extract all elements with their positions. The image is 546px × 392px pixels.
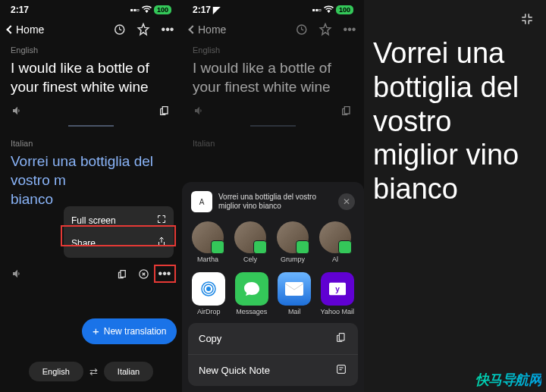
target-lang-label: Italian	[0, 134, 182, 151]
contact-item[interactable]: Martha	[190, 221, 226, 263]
contact-item[interactable]: Al	[317, 221, 353, 263]
copy-icon-2[interactable]	[115, 267, 129, 281]
app-messages[interactable]: Messages	[234, 272, 270, 315]
watermark: 快马导航网	[475, 371, 542, 389]
lang-button-right[interactable]: Italian	[104, 362, 153, 381]
airdrop-icon	[192, 272, 225, 306]
contacts-row: Martha Cely Grumpy Al	[182, 218, 364, 268]
action-copy[interactable]: Copy	[188, 323, 358, 355]
highlight-box-share	[61, 225, 176, 246]
share-sheet: A Vorrei una bottiglia del vostro miglio…	[182, 182, 364, 392]
speaker-icon-2[interactable]	[11, 267, 24, 281]
status-bar: 2:17 ◤ ▪▪▫ 100	[182, 0, 364, 18]
avatar	[192, 221, 224, 253]
divider	[250, 125, 296, 127]
nav-bar: Home •••	[182, 18, 364, 41]
contact-item[interactable]: Cely	[232, 221, 268, 263]
nav-bar: Home •••	[0, 18, 182, 41]
lang-button-left[interactable]: English	[29, 362, 83, 381]
chevron-left-icon	[6, 25, 14, 33]
contact-item[interactable]: Grumpy	[275, 221, 311, 263]
avatar	[277, 221, 309, 253]
source-lang-label: English	[0, 41, 182, 58]
messages-icon	[235, 272, 268, 306]
target-lang-label: Italian	[182, 134, 364, 151]
battery-indicator: 100	[154, 5, 171, 14]
source-text: I would like a bottle of your finest whi…	[182, 58, 364, 104]
more-icon[interactable]: •••	[161, 23, 174, 36]
screenshot-panel-2: 2:17 ◤ ▪▪▫ 100 Home ••• English I would …	[182, 0, 364, 392]
new-translation-button[interactable]: + New translation	[82, 318, 177, 344]
swap-icon[interactable]: ⇄	[89, 366, 98, 378]
quicknote-icon	[335, 363, 347, 378]
avatar	[234, 221, 266, 253]
back-button[interactable]: Home	[190, 24, 226, 36]
app-mail[interactable]: Mail	[277, 272, 312, 315]
history-icon[interactable]	[112, 23, 126, 36]
app-yahoomail[interactable]: yYahoo Mail	[320, 272, 356, 315]
source-text[interactable]: I would like a bottle of your finest whi…	[0, 58, 182, 104]
star-icon[interactable]	[136, 23, 150, 36]
language-switcher: English ⇄ Italian	[0, 362, 182, 381]
screenshot-panel-1: 2:17 ▪▪▫ 100 Home ••• English I would li…	[0, 0, 182, 392]
copy-action-icon	[335, 331, 347, 346]
divider	[68, 125, 114, 127]
mail-icon	[278, 272, 311, 306]
close-fullscreen-button[interactable]	[519, 11, 535, 27]
signal-icon: ▪▪▫	[130, 5, 140, 15]
wifi-icon	[324, 5, 334, 15]
svg-rect-4	[285, 282, 303, 296]
fullscreen-text: Vorrei una bottiglia del vostro miglior …	[364, 0, 546, 206]
signal-icon: ▪▪▫	[312, 5, 322, 15]
speaker-icon[interactable]	[11, 104, 24, 118]
copy-icon[interactable]	[340, 104, 353, 118]
location-icon: ◤	[213, 5, 220, 15]
svg-rect-7	[337, 365, 346, 374]
app-airdrop[interactable]: AirDrop	[191, 272, 227, 315]
action-quicknote[interactable]: New Quick Note	[188, 355, 358, 386]
google-icon[interactable]	[136, 267, 150, 281]
history-icon[interactable]	[294, 23, 308, 36]
expand-icon	[157, 215, 166, 226]
copy-icon[interactable]	[158, 104, 171, 118]
more-icon[interactable]: •••	[343, 23, 356, 36]
translated-text[interactable]: Vorrei una bottiglia del vostro mbianco	[0, 151, 182, 212]
screenshot-panel-3: Vorrei una bottiglia del vostro miglior …	[364, 0, 546, 392]
sheet-app-icon: A	[191, 191, 212, 212]
svg-point-1	[206, 287, 211, 291]
wifi-icon	[142, 5, 152, 15]
battery-indicator: 100	[336, 5, 353, 14]
source-lang-label: English	[182, 41, 364, 58]
star-icon[interactable]	[318, 23, 332, 36]
svg-text:y: y	[335, 285, 340, 293]
apps-row: AirDrop Messages Mail yYahoo Mail	[182, 268, 364, 323]
close-sheet-button[interactable]: ✕	[338, 193, 355, 210]
avatar	[319, 221, 351, 253]
more-icon-2[interactable]: •••	[158, 267, 171, 281]
sheet-actions: Copy New Quick Note	[188, 323, 358, 386]
status-time: 2:17	[11, 5, 29, 15]
chevron-left-icon	[188, 25, 196, 33]
yahoo-mail-icon: y	[321, 272, 354, 306]
speaker-icon[interactable]	[193, 104, 206, 118]
status-bar: 2:17 ▪▪▫ 100	[0, 0, 182, 18]
sheet-title: Vorrei una bottiglia del vostro miglior …	[218, 193, 332, 212]
back-button[interactable]: Home	[8, 24, 44, 36]
